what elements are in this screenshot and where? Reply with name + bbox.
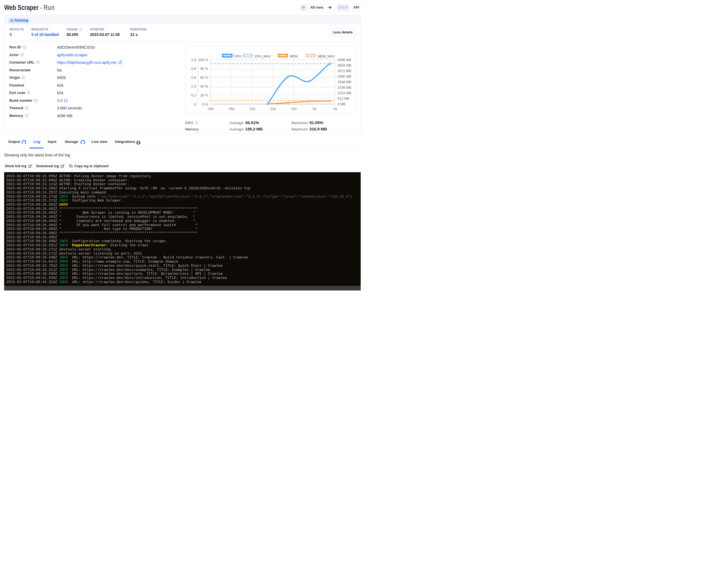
svg-text:MEM_MAX: MEM_MAX [317,54,335,58]
svg-text:1024 MB: 1024 MB [337,91,351,95]
svg-text:0,2: 0,2 [191,94,196,97]
svg-text:?: ? [35,99,36,102]
svg-text:-20s: -20s [249,107,255,111]
svg-text:512 MB: 512 MB [337,97,349,101]
svg-text:?: ? [80,28,81,30]
svg-text:60 %: 60 % [200,76,208,80]
svg-text:CPU: CPU [234,54,241,58]
svg-text:4096 MB: 4096 MB [337,58,351,62]
svg-text:CPU_MAX: CPU_MAX [255,54,271,58]
svg-text:1536 MB: 1536 MB [337,86,351,89]
svg-text:0,4: 0,4 [191,85,196,88]
svg-text:?: ? [26,107,27,109]
svg-text:0: 0 [194,102,196,106]
svg-text:MEM: MEM [290,54,297,58]
svg-text:-0s: -0s [332,107,337,111]
svg-text:3072 MB: 3072 MB [337,69,351,73]
svg-text:3584 MB: 3584 MB [337,63,351,68]
svg-text:-5s: -5s [311,107,316,111]
svg-text:-25s: -25s [228,107,234,111]
svg-text:?: ? [26,114,27,117]
svg-text:2560 MB: 2560 MB [337,75,351,79]
svg-text:100 %: 100 % [198,58,208,62]
svg-text:?: ? [22,54,23,56]
svg-text:?: ? [196,122,197,124]
svg-text:0 MB: 0 MB [337,102,345,106]
svg-text:?: ? [23,76,24,79]
svg-text:20 %: 20 % [200,94,208,97]
svg-text:0 %: 0 % [202,102,208,106]
svg-text:-10s: -10s [290,107,296,111]
svg-text:0,6: 0,6 [191,76,196,80]
svg-text:40 %: 40 % [200,85,208,88]
svg-text:?: ? [28,91,29,94]
svg-text:-15s: -15s [269,107,276,111]
svg-text:2048 MB: 2048 MB [337,80,351,84]
svg-text:?: ? [24,46,25,48]
svg-text:?: ? [37,61,39,63]
svg-text:80 %: 80 % [200,67,208,71]
svg-text:1,0: 1,0 [191,58,196,62]
svg-text:-30s: -30s [207,107,214,111]
svg-text:0,8: 0,8 [191,67,196,71]
